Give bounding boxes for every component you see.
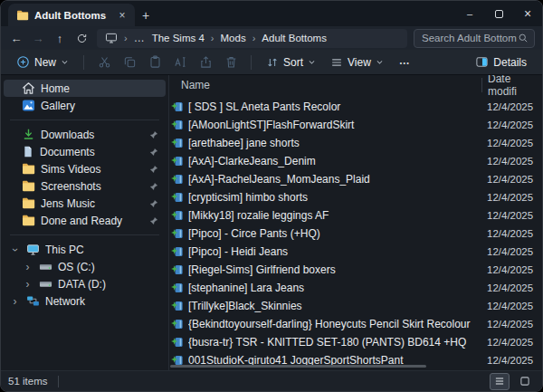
- chevron-right-icon[interactable]: ›: [9, 295, 21, 308]
- file-row[interactable]: {busra-tr} TSR - KNITTED SET-180 (PANTS)…: [169, 333, 542, 351]
- package-file-icon: [171, 119, 184, 131]
- file-name: [Mikky18] rozalie leggings AF: [188, 209, 481, 222]
- new-button-label: New: [34, 56, 56, 69]
- tab-close-icon[interactable]: ×: [115, 8, 129, 23]
- file-row[interactable]: [AxA]-ClarkeJeans_Denim12/4/2025: [169, 152, 542, 170]
- file-name: [crypticsim] himbo shorts: [188, 191, 481, 204]
- status-bar: 51 items: [1, 370, 542, 391]
- file-row[interactable]: [Pipco] - Heidi Jeans12/4/2025: [169, 243, 542, 261]
- up-button[interactable]: ↑: [49, 28, 71, 48]
- new-tab-button[interactable]: +: [135, 4, 157, 26]
- file-row[interactable]: [Mikky18] rozalie leggings AF12/4/2025: [169, 206, 542, 225]
- horizontal-scrollbar[interactable]: [170, 365, 426, 368]
- refresh-icon: [76, 33, 88, 44]
- sidebar-item-this-pc[interactable]: ›This PC: [4, 241, 166, 258]
- file-row[interactable]: [Riegel-Sims] Girlfriend boxers12/4/2025: [169, 261, 542, 279]
- minimize-button[interactable]: –: [455, 1, 484, 26]
- network-icon: [26, 294, 40, 308]
- breadcrumb-the-sims-4[interactable]: The Sims 4: [152, 33, 205, 43]
- refresh-button[interactable]: [71, 28, 92, 48]
- thumbnail-view-toggle[interactable]: [515, 373, 535, 390]
- sidebar-item-home[interactable]: Home: [4, 80, 166, 97]
- sidebar-item-data-d[interactable]: ›DATA (D:): [4, 275, 166, 292]
- package-file-icon: [171, 227, 184, 240]
- back-button[interactable]: ←: [5, 28, 27, 48]
- search-box[interactable]: Search Adult Bottom: [414, 29, 535, 48]
- file-row[interactable]: [AxA]-RachelJeans_MomJeans_Plaid12/4/202…: [169, 170, 542, 188]
- breadcrumb-overflow[interactable]: …: [134, 32, 146, 44]
- sidebar-item-screenshots[interactable]: Screenshots: [4, 177, 166, 195]
- sort-button-label: Sort: [283, 56, 303, 69]
- sidebar-item-os-c[interactable]: ›OS (C:): [4, 258, 166, 275]
- share-button[interactable]: [194, 52, 217, 73]
- search-input[interactable]: Search Adult Bottom: [422, 33, 518, 43]
- sidebar-item-label: OS (C:): [58, 261, 158, 273]
- file-date-modified: 12/4/2025: [481, 174, 542, 185]
- breadcrumb-mods[interactable]: Mods: [221, 33, 246, 43]
- breadcrumb-adult-bottoms[interactable]: Adult Bottoms: [262, 33, 327, 43]
- sidebar-item-downloads[interactable]: Downloads: [4, 126, 166, 143]
- details-pane-button[interactable]: Details: [469, 52, 533, 73]
- column-header-date-modified[interactable]: Date modifi: [481, 78, 542, 92]
- command-toolbar: New: [1, 50, 542, 75]
- breadcrumb-separator: ›: [124, 33, 128, 43]
- package-file-icon: [171, 137, 184, 149]
- copy-button[interactable]: [118, 52, 141, 73]
- maximize-icon: [495, 10, 503, 18]
- delete-button[interactable]: [219, 52, 243, 73]
- package-file-icon: [171, 100, 184, 113]
- paste-button[interactable]: [143, 52, 167, 73]
- sort-button[interactable]: Sort: [260, 52, 322, 73]
- sidebar-item-documents[interactable]: Documents: [4, 143, 166, 160]
- see-more-button[interactable]: …: [392, 54, 417, 67]
- maximize-button[interactable]: [484, 1, 513, 26]
- sidebar-item-done-and-ready[interactable]: Done and Ready: [4, 212, 166, 229]
- copy-icon: [123, 55, 137, 69]
- file-row[interactable]: [stephanine] Lara Jeans12/4/2025: [169, 279, 542, 297]
- document-icon: [22, 145, 34, 158]
- chevron-down-icon: [61, 58, 69, 66]
- sidebar-item-jens-music[interactable]: Jens Music: [4, 195, 166, 212]
- sidebar-item-sims-videos[interactable]: Sims Videos: [4, 160, 166, 177]
- new-button[interactable]: New: [10, 52, 75, 73]
- drive-icon: [39, 260, 52, 273]
- tab-adult-bottoms[interactable]: Adult Bottoms ×: [8, 4, 135, 26]
- file-name: [Pipco] - Heidi Jeans: [188, 245, 481, 258]
- close-button[interactable]: ×: [513, 1, 542, 26]
- cut-button[interactable]: [92, 52, 116, 73]
- chevron-right-icon[interactable]: ›: [22, 261, 33, 273]
- chevron-down-icon[interactable]: ›: [9, 244, 22, 255]
- breadcrumb[interactable]: › … The Sims 4›Mods›Adult Bottoms: [97, 29, 407, 48]
- window-controls: – ×: [455, 1, 542, 26]
- file-row[interactable]: [crypticsim] himbo shorts12/4/2025: [169, 188, 542, 206]
- forward-button[interactable]: →: [27, 28, 49, 48]
- package-file-icon: [171, 155, 184, 167]
- sidebar-item-network[interactable]: ›Network: [4, 292, 166, 310]
- file-date-modified: 12/4/2025: [481, 210, 542, 221]
- sidebar-divider: [10, 120, 159, 120]
- view-toggles: [490, 373, 535, 390]
- chevron-right-icon[interactable]: ›: [22, 278, 33, 291]
- chevron-down-icon: [308, 58, 316, 66]
- pin-icon: [149, 165, 158, 174]
- file-date-modified: 12/4/2025: [481, 101, 542, 112]
- rename-button[interactable]: [168, 52, 192, 73]
- file-row[interactable]: [arethabee] jane shorts12/4/2025: [169, 134, 542, 152]
- sidebar-item-label: Network: [45, 295, 158, 308]
- file-row[interactable]: [Trillyke]Black_Skinnies12/4/2025: [169, 297, 542, 315]
- package-file-icon: [171, 282, 184, 294]
- sidebar-item-gallery[interactable]: Gallery: [4, 97, 166, 114]
- file-row[interactable]: [ SDS ] SL Aneta Pants Recolor12/4/2025: [169, 98, 542, 116]
- rename-icon: [174, 55, 187, 69]
- view-icon: [330, 56, 343, 69]
- column-header-name[interactable]: Name: [169, 79, 481, 91]
- details-view-toggle[interactable]: [490, 373, 510, 390]
- file-row[interactable]: [Pipco] - Circe Pants (+HQ)12/4/2025: [169, 225, 542, 243]
- file-row[interactable]: [AMoonLightST]FlashForwardSkirt12/4/2025: [169, 116, 542, 134]
- package-file-icon: [171, 336, 184, 349]
- file-row[interactable]: {Bekindtoyourself-darling} Honeycuts Pen…: [169, 315, 542, 333]
- breadcrumb-separator: ›: [211, 33, 214, 43]
- view-button[interactable]: View: [324, 52, 390, 73]
- pin-icon: [149, 182, 158, 191]
- paste-icon: [148, 55, 162, 69]
